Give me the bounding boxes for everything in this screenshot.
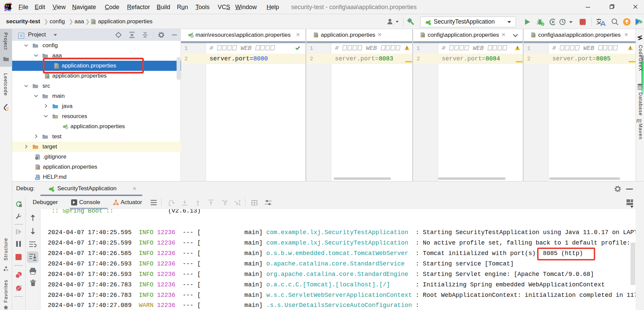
svg-text:IJ: IJ (6, 5, 9, 7)
